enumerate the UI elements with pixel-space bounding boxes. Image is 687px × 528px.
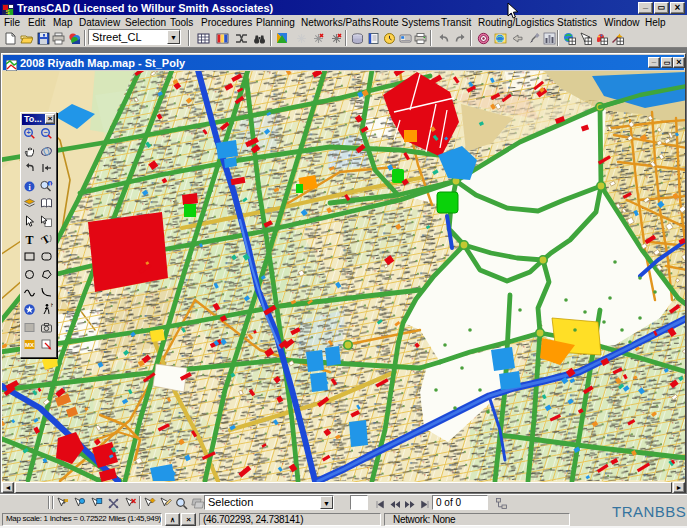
svg-text:+: + xyxy=(26,129,30,136)
svg-text:MX: MX xyxy=(25,342,34,348)
svg-text:−: − xyxy=(43,129,47,136)
svg-text:T: T xyxy=(25,233,33,246)
svg-text:H: H xyxy=(51,303,53,308)
